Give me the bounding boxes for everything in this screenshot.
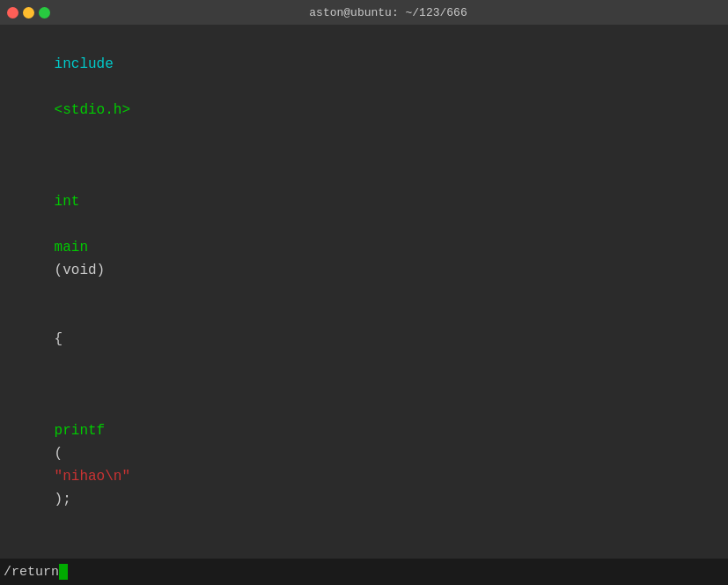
int-keyword: int (55, 194, 80, 210)
title-bar: aston@ubuntu: ~/123/666 (0, 0, 728, 25)
code-line-1: include <stdio.h> (4, 30, 724, 144)
main-function: main (55, 240, 88, 255)
status-bar[interactable]: /return (0, 559, 728, 585)
code-line-2 (4, 144, 724, 167)
minimize-button[interactable] (23, 7, 34, 19)
code-line-6: return 0 ; (4, 534, 724, 559)
code-line-4: { (4, 305, 724, 374)
printf-function: printf (55, 423, 106, 439)
printf-string: "nihao\n" (55, 469, 130, 485)
include-header: <stdio.h> (55, 102, 130, 118)
terminal-window: aston@ubuntu: ~/123/666 include <stdio.h… (0, 0, 728, 585)
code-line-3: int main (void) (4, 167, 724, 305)
vim-search-box[interactable]: /return (4, 564, 68, 580)
window-title: aston@ubuntu: ~/123/666 (55, 6, 721, 19)
search-text: /return (4, 565, 59, 580)
search-cursor (59, 564, 68, 580)
window-controls (7, 7, 50, 19)
open-brace: { (55, 331, 63, 347)
code-line-5: printf ( "nihao\n" ); (4, 374, 724, 534)
close-button[interactable] (7, 7, 18, 19)
main-params: (void) (55, 263, 106, 278)
include-keyword: include (55, 56, 114, 72)
editor-area[interactable]: include <stdio.h> int main (void) { prin… (0, 25, 728, 559)
maximize-button[interactable] (39, 7, 50, 19)
